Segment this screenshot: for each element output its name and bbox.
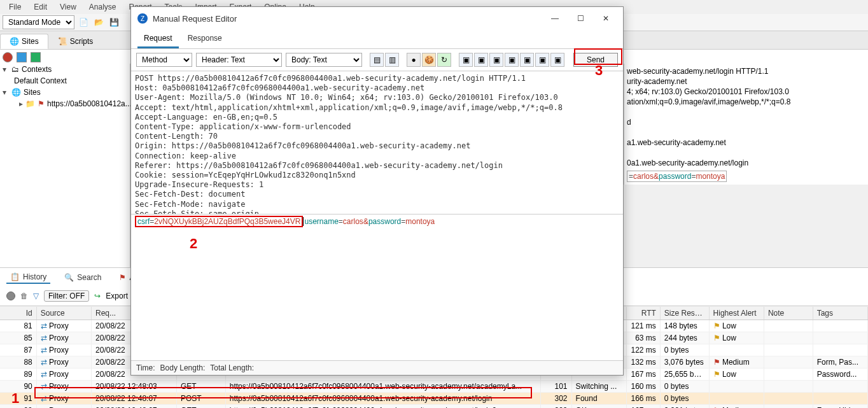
annotation-2: 2 (190, 236, 197, 252)
tree-contexts[interactable]: ▾ 🗂 Contexts (0, 64, 130, 75)
tab-sites-label: Sites (22, 37, 39, 46)
remnant-body-params: =carlos&password=montoya (627, 171, 727, 182)
menu-file[interactable]: File (3, 1, 27, 13)
refresh-icon[interactable]: ↻ (437, 53, 451, 67)
layout-5-icon[interactable]: ▣ (520, 53, 534, 67)
dialog-body: POST https://0a5b00810412a6f7c0fc0968004… (131, 71, 623, 375)
request-headers-textarea[interactable]: POST https://0a5b00810412a6f7c0fc0968004… (131, 71, 623, 215)
col-size[interactable]: Size Resp. ... (661, 307, 710, 320)
tab-history[interactable]: 📋History (6, 271, 50, 284)
col-note[interactable]: Note (764, 307, 813, 320)
minimize-button[interactable]: — (544, 11, 566, 26)
body-view-select[interactable]: Body: Text (286, 53, 362, 67)
tab-scripts-label: Scripts (70, 37, 94, 46)
layout-7-icon[interactable]: ▣ (550, 53, 564, 67)
layout-1-icon[interactable]: ▣ (459, 53, 473, 67)
col-rtt[interactable]: RTT (627, 307, 661, 320)
annotation-1-box (34, 387, 532, 398)
flag-icon: ⚑ (38, 99, 45, 108)
save-session-icon[interactable]: 💾 (108, 16, 120, 29)
header-view-select[interactable]: Header: Text (196, 53, 282, 67)
search-icon: 🔍 (64, 273, 74, 282)
layout-4-icon[interactable]: ▣ (505, 53, 519, 67)
manual-request-editor-dialog: Z Manual Request Editor — ☐ ✕ Request Re… (130, 6, 624, 376)
status-total-length-label: Total Length: (210, 363, 254, 372)
layout-2-icon[interactable]: ▣ (474, 53, 488, 67)
dialog-titlebar[interactable]: Z Manual Request Editor — ☐ ✕ (131, 7, 623, 30)
table-row[interactable]: 92⇄ Proxy20/08/22 12:48:07GEThttps://0a5… (0, 405, 868, 408)
tab-history-label: History (23, 272, 46, 281)
export-icon[interactable]: ↪ (94, 292, 101, 300)
col-tags[interactable]: Tags (813, 307, 868, 320)
contexts-icon: 🗂 (11, 65, 19, 74)
show-all-icon[interactable] (17, 52, 27, 62)
tab-sites[interactable]: 🌐 Sites (0, 34, 48, 49)
tree-default-context-label: Default Context (14, 76, 67, 85)
maximize-button[interactable]: ☐ (570, 11, 591, 26)
target-icon[interactable] (3, 52, 13, 62)
menu-analyse[interactable]: Analyse (83, 1, 123, 13)
status-time-label: Time: (136, 363, 155, 372)
scope-off-icon[interactable] (6, 292, 15, 300)
col-source[interactable]: Source (37, 307, 92, 320)
status-body-length-label: Body Length: (160, 363, 206, 372)
mode-select[interactable]: Standard Mode (3, 15, 74, 29)
record-off-icon[interactable]: ● (407, 53, 421, 67)
history-icon: 📋 (10, 272, 20, 281)
close-button[interactable]: ✕ (595, 11, 617, 26)
layout-3-icon[interactable]: ▣ (489, 53, 503, 67)
cookie-icons: ● 🍪 ↻ (407, 53, 451, 67)
funnel-icon[interactable]: ▽ (33, 292, 39, 300)
split-horizontal-icon[interactable]: ▤ (370, 53, 384, 67)
dialog-toolbar: Method Header: Text Body: Text ▤ ▥ ● 🍪 ↻… (131, 49, 623, 71)
layout-icons: ▣ ▣ ▣ ▣ ▣ ▣ ▣ (459, 53, 564, 67)
globe-icon: 🌐 (10, 37, 19, 46)
view-icons: ▤ ▥ (370, 53, 399, 67)
chevron-down-icon[interactable]: ▾ (3, 65, 9, 74)
chevron-down-icon[interactable]: ▾ (3, 88, 9, 97)
tab-request[interactable]: Request (137, 30, 179, 48)
flag-icon: ⚑ (119, 273, 126, 282)
show-scope-icon[interactable] (31, 52, 41, 62)
annotation-1: 1 (11, 390, 19, 407)
tree-default-context[interactable]: Default Context (0, 75, 130, 87)
tab-search-label: Search (77, 273, 101, 282)
tab-search[interactable]: 🔍Search (60, 271, 105, 284)
csrf-param-highlight: csrf=2vNQXUykBBj2AUZqBdfPQq3B5weeJ4VR (135, 216, 303, 227)
remnant-text: web-security-academy.net/login HTTP/1.1 … (627, 66, 865, 168)
sites-tree: ▾ 🗂 Contexts Default Context ▾ 🌐 Sites ▸… (0, 64, 130, 267)
globe-icon: 🌐 (11, 88, 21, 97)
tab-response[interactable]: Response (181, 30, 228, 48)
new-session-icon[interactable]: 📄 (77, 16, 90, 29)
menu-view[interactable]: View (53, 1, 83, 13)
trash-icon[interactable]: 🗑 (20, 292, 28, 300)
annotation-3: 3 (595, 62, 603, 79)
layout-6-icon[interactable]: ▣ (535, 53, 549, 67)
dialog-title: Manual Request Editor (153, 14, 539, 24)
tree-site-item[interactable]: ▸ 📁 ⚑ https://0a5b00810412a... (0, 98, 130, 109)
filter-toggle[interactable]: Filter: OFF (44, 290, 89, 302)
dialog-status-bar: Time: Body Length: Total Length: (131, 361, 623, 375)
method-select[interactable]: Method (136, 53, 192, 67)
site-folder-icon: 📁 (25, 99, 35, 108)
chevron-right-icon[interactable]: ▸ (19, 99, 23, 108)
script-icon: 📜 (58, 37, 67, 46)
request-body-textarea[interactable]: csrf=2vNQXUykBBj2AUZqBdfPQq3B5weeJ4VRuse… (131, 215, 623, 361)
tree-contexts-label: Contexts (22, 65, 52, 74)
tab-scripts[interactable]: 📜 Scripts (48, 34, 103, 49)
request-panel-remnant: web-security-academy.net/login HTTP/1.1 … (624, 64, 868, 185)
col-id[interactable]: Id (0, 307, 37, 320)
cookie-icon[interactable]: 🍪 (422, 53, 436, 67)
menu-edit[interactable]: Edit (27, 1, 53, 13)
open-session-icon[interactable]: 📂 (92, 16, 105, 29)
tree-sites-label: Sites (24, 88, 41, 97)
export-label[interactable]: Export (106, 292, 128, 300)
tree-site-url: https://0a5b00810412a... (47, 99, 132, 108)
dialog-tabs: Request Response (131, 30, 623, 49)
tree-sites[interactable]: ▾ 🌐 Sites (0, 87, 130, 98)
zap-icon: Z (137, 13, 148, 24)
col-highest-alert[interactable]: Highest Alert (710, 307, 764, 320)
split-vertical-icon[interactable]: ▥ (385, 53, 399, 67)
